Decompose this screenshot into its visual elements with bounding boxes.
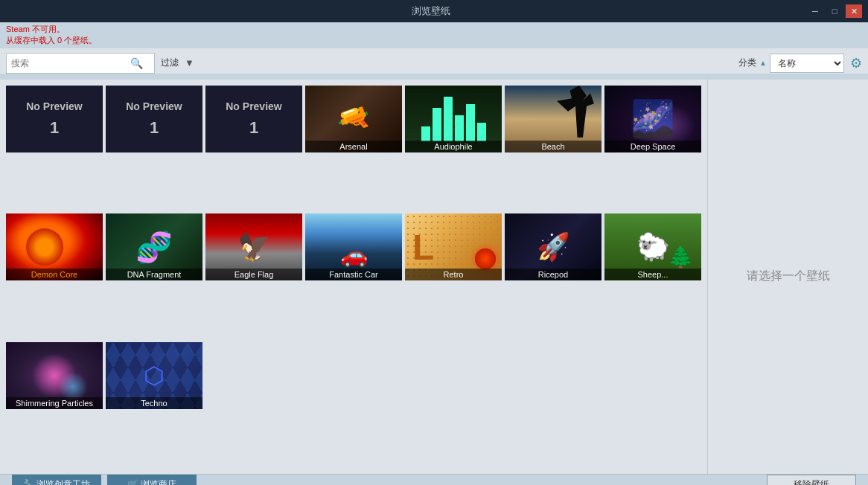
right-panel: 请选择一个壁纸 <box>707 80 868 474</box>
audiophile-bars <box>414 97 494 141</box>
wallpaper-label-ricepod: Ricepod <box>505 269 601 280</box>
wallpaper-item-demon-core[interactable]: Demon Core <box>6 213 103 280</box>
close-button[interactable]: ✕ <box>846 4 862 18</box>
maximize-button[interactable]: □ <box>826 4 843 18</box>
wallpaper-item-dna[interactable]: 🧬 DNA Fragment <box>106 213 202 280</box>
search-icon[interactable]: 🔍 <box>130 57 143 69</box>
wallpaper-label-techno: Techno <box>106 397 202 409</box>
wallpaper-item-ricepod[interactable]: 🚀 Ricepod <box>505 213 601 280</box>
retro-L-shape: L <box>412 230 434 266</box>
wallpaper-item-retro[interactable]: L Retro <box>405 213 502 280</box>
bottom-right: 移除壁纸 确认 取消 <box>703 475 856 485</box>
palm-silhouette <box>557 86 594 138</box>
tree-icon: 🌲 <box>668 245 694 269</box>
steam-error-bar: Steam 不可用。 从缓存中载入 0 个壁纸。 <box>0 22 868 48</box>
wallpaper-item-techno[interactable]: ⬡ Techno <box>106 342 202 409</box>
steam-error-line1: Steam 不可用。 <box>6 24 862 35</box>
wallpaper-item-arsenal[interactable]: 🔫 Arsenal <box>305 86 402 152</box>
wallpaper-item-eagle-flag[interactable]: 🦅 Eagle Flag <box>205 213 302 280</box>
car-icon: 🚗 <box>340 242 368 268</box>
arsenal-gun-icon: 🔫 <box>333 98 375 139</box>
search-box: 🔍 <box>6 53 155 74</box>
filter-label: 过滤 <box>161 57 179 69</box>
eagle-icon: 🦅 <box>237 231 271 263</box>
bottom-btn-row-top: 🔧 浏览创意工坊 🛒 浏览商店 <box>12 475 197 485</box>
bottom-left: 🔧 浏览创意工坊 🛒 浏览商店 🗁 从文件中打开 → 从网页中打开 <box>12 475 197 485</box>
demon-core-visual <box>26 228 63 266</box>
steam-error-line2: 从缓存中载入 0 个壁纸。 <box>6 35 862 46</box>
wallpaper-label-beach: Beach <box>505 141 601 152</box>
browse-store-button[interactable]: 🛒 浏览商店 <box>107 475 197 485</box>
bottom-bar: 🔧 浏览创意工坊 🛒 浏览商店 🗁 从文件中打开 → 从网页中打开 移除壁纸 确… <box>0 474 868 485</box>
remove-wallpaper-button[interactable]: 移除壁纸 <box>767 475 856 485</box>
main-content: No Preview 1 No Preview 1 No Preview 1 <box>0 80 868 474</box>
no-preview-text: No Preview <box>26 100 82 112</box>
title-bar-title: 浏览壁纸 <box>55 4 807 18</box>
minimize-button[interactable]: ─ <box>807 4 823 18</box>
wallpaper-item-deep-space[interactable]: 🌌 Deep Space <box>604 86 701 152</box>
wallpaper-item-wp3[interactable]: No Preview 1 <box>205 86 302 152</box>
wallpaper-label-fantastic-car: Fantastic Car <box>305 269 402 280</box>
sort-section: 分类 ▲ 名称 评分 日期 ⚙ <box>738 54 862 73</box>
wallpaper-label-eagle-flag: Eagle Flag <box>205 269 302 280</box>
right-panel-placeholder: 请选择一个壁纸 <box>747 269 830 284</box>
settings-icon[interactable]: ⚙ <box>850 55 862 71</box>
wallpaper-item-wp2[interactable]: No Preview 1 <box>106 86 202 152</box>
wallpaper-label-dna: DNA Fragment <box>106 269 202 280</box>
dna-icon: 🧬 <box>135 230 173 265</box>
toolbar: 🔍 过滤 ▼ 分类 ▲ 名称 评分 日期 ⚙ <box>0 48 868 74</box>
filter-icon[interactable]: ▼ <box>185 57 194 68</box>
wallpaper-item-wp1[interactable]: No Preview 1 <box>6 86 103 152</box>
left-panel: No Preview 1 No Preview 1 No Preview 1 <box>0 80 707 474</box>
wallpaper-item-shimmering[interactable]: Shimmering Particles <box>6 342 103 409</box>
techno-glow: ⬡ <box>144 362 165 390</box>
wallpaper-item-fantastic-car[interactable]: 🚗 Fantastic Car <box>305 213 402 280</box>
wallpaper-label-demon-core: Demon Core <box>6 269 103 280</box>
title-bar-controls: ─ □ ✕ <box>807 4 862 18</box>
wallpaper-item-beach[interactable]: Beach <box>505 86 601 152</box>
search-input[interactable] <box>11 58 130 68</box>
sheep-icon: 🐑 <box>636 231 670 263</box>
sort-arrow-icon[interactable]: ▲ <box>759 59 767 67</box>
browse-workshop-button[interactable]: 🔧 浏览创意工坊 <box>12 475 101 485</box>
galaxy-icon: 🌌 <box>631 98 675 140</box>
wallpaper-label-shimmering: Shimmering Particles <box>6 397 103 409</box>
title-bar: 浏览壁纸 ─ □ ✕ <box>0 0 868 22</box>
wallpaper-label-retro: Retro <box>405 269 502 280</box>
wallpaper-label-deep-space: Deep Space <box>604 141 701 152</box>
no-preview-text: No Preview <box>226 100 281 112</box>
sort-dropdown[interactable]: 名称 评分 日期 <box>770 54 844 73</box>
wallpaper-label-sheep: Sheep... <box>604 269 701 280</box>
wallpaper-label-arsenal: Arsenal <box>305 141 402 152</box>
wallpaper-item-audiophile[interactable]: Audiophile <box>405 86 502 152</box>
sort-label: 分类 <box>738 57 756 69</box>
wallpaper-item-sheep[interactable]: 🐑 🌲 Sheep... <box>604 213 701 280</box>
wallpaper-grid: No Preview 1 No Preview 1 No Preview 1 <box>6 86 701 468</box>
spaceship-icon: 🚀 <box>537 231 570 263</box>
wallpaper-label-audiophile: Audiophile <box>405 141 502 152</box>
no-preview-text: No Preview <box>126 100 182 112</box>
